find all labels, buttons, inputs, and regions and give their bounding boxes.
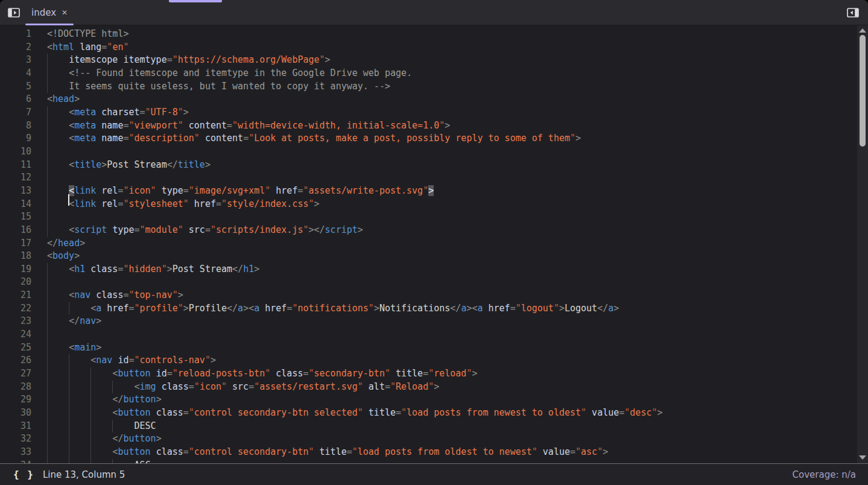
token: "	[369, 303, 374, 314]
token	[227, 381, 232, 392]
token: assets/write-post.svg	[309, 185, 423, 196]
token: ><	[243, 303, 254, 314]
line-number: 7	[0, 106, 31, 119]
code-line[interactable]: 6<head>	[0, 93, 868, 106]
code-line[interactable]: 27 <button id="reload-posts-btn" class="…	[0, 367, 868, 381]
builder-window: index ✕ 1<!DOCTYPE html>2<html lang="en"…	[0, 0, 868, 485]
token: main	[74, 342, 96, 353]
indent-guide	[112, 459, 113, 463]
code-line[interactable]: 31 DESC	[0, 420, 868, 433]
token	[47, 433, 112, 444]
indent-guide	[69, 367, 69, 381]
code-line[interactable]: 30 <button class="control secondary-btn …	[0, 407, 868, 420]
code-line[interactable]: 10	[0, 145, 868, 159]
code-line[interactable]: 11 <title>Post Stream</title>	[0, 159, 868, 172]
token: button	[118, 446, 150, 457]
code-line[interactable]: 34 ASC	[0, 459, 868, 463]
scroll-down-icon[interactable]	[859, 455, 866, 460]
token: =	[183, 185, 189, 196]
braces-icon[interactable]: { }	[13, 469, 34, 480]
toggle-right-panel-button[interactable]	[844, 4, 861, 21]
line-number: 30	[0, 407, 31, 420]
token: >	[96, 315, 101, 326]
code-line[interactable]: 24	[0, 328, 868, 341]
code-line[interactable]: 29 </button>	[0, 393, 868, 407]
token: >	[101, 159, 107, 170]
token: =	[167, 54, 173, 65]
tab-index[interactable]: index ✕	[25, 0, 74, 25]
code-editor[interactable]: 1<!DOCTYPE html>2<html lang="en"3 itemsc…	[0, 25, 868, 463]
indent-guide	[69, 354, 69, 367]
code-text	[47, 276, 868, 289]
token: icon	[128, 185, 150, 196]
token: title	[320, 446, 347, 457]
code-line[interactable]: 3 itemscope itemtype="https://schema.org…	[0, 54, 868, 67]
token: >	[575, 133, 581, 144]
toggle-left-panel-button[interactable]	[5, 4, 22, 21]
indent-guide	[47, 446, 48, 459]
code-line[interactable]: 25 <main>	[0, 341, 868, 355]
code-line[interactable]: 7 <meta charset="UTF-8">	[0, 106, 868, 119]
code-line[interactable]: 19 <h1 class="hidden">Post Stream</h1>	[0, 263, 868, 276]
code-line[interactable]: 22 <a href="profile">Profile</a><a href=…	[0, 302, 868, 315]
token	[96, 120, 101, 131]
token: alt	[369, 381, 385, 392]
token	[47, 407, 112, 418]
code-line[interactable]: 18<body>	[0, 250, 868, 263]
code-line[interactable]: 23 </nav>	[0, 315, 868, 328]
scroll-up-icon[interactable]	[859, 28, 866, 33]
code-line[interactable]: 2<html lang="en"	[0, 41, 868, 54]
token: ASC	[135, 460, 151, 463]
token: "	[320, 54, 325, 65]
token: </	[167, 159, 178, 170]
scrollbar-thumb[interactable]	[860, 35, 866, 147]
token: "	[173, 290, 178, 300]
token: "	[205, 355, 211, 366]
line-number: 33	[0, 446, 31, 459]
token: class	[156, 446, 183, 457]
code-line[interactable]: 28 <img class="icon" src="assets/restart…	[0, 381, 868, 394]
indent-guide	[69, 433, 69, 446]
token: "	[140, 224, 145, 235]
token: head	[58, 238, 80, 249]
code-text: </nav>	[47, 315, 868, 328]
code-line[interactable]: 20	[0, 276, 868, 289]
code-line[interactable]: 32 </button>	[0, 433, 868, 446]
tab-close-button[interactable]: ✕	[62, 8, 68, 16]
token: "	[358, 381, 363, 392]
code-line[interactable]: 9 <meta name="description" content="Look…	[0, 132, 868, 145]
code-line[interactable]: 4 <!-- Found itemscope and itemtype in t…	[0, 67, 868, 80]
line-number: 4	[0, 67, 31, 80]
code-line[interactable]: 5 It seems quite useless, but I wanted t…	[0, 80, 868, 94]
code-line[interactable]: 26 <nav id="controls-nav">	[0, 354, 868, 367]
code-line[interactable]: 1<!DOCTYPE html>	[0, 28, 868, 41]
token: "	[151, 185, 156, 196]
code-line[interactable]: 33 <button class="control secondary-btn"…	[0, 446, 868, 459]
scrollbar[interactable]	[857, 25, 868, 463]
cursor-position[interactable]: Line 13, Column 5	[43, 469, 125, 480]
token	[47, 198, 69, 209]
token: "	[173, 54, 178, 65]
token: UTF-8	[151, 107, 178, 118]
token: <	[69, 264, 74, 274]
code-line[interactable]: 14 <link rel="stylesheet" href="style/in…	[0, 198, 868, 211]
token: value	[543, 446, 570, 457]
token: >	[167, 264, 173, 274]
code-text: <h1 class="hidden">Post Stream</h1>	[47, 263, 868, 276]
token: </	[227, 303, 238, 314]
code-line[interactable]: 16 <script type="module" src="scripts/in…	[0, 224, 868, 237]
code-line[interactable]: 15	[0, 211, 868, 224]
token: >	[156, 433, 162, 444]
status-bar: { } Line 13, Column 5 Coverage: n/a	[0, 463, 868, 485]
token: "	[401, 407, 407, 418]
code-line[interactable]: 12	[0, 171, 868, 185]
token: scripts/index.js	[216, 224, 303, 235]
code-line[interactable]: 8 <meta name="viewport" content="width=d…	[0, 119, 868, 133]
code-text: <meta charset="UTF-8">	[47, 106, 868, 119]
indent-guide	[90, 381, 91, 394]
token: =	[167, 368, 173, 379]
code-line[interactable]: 17</head>	[0, 237, 868, 250]
code-line[interactable]: 21 <nav class="top-nav">	[0, 289, 868, 302]
code-line[interactable]: 13 <link rel="icon" type="image/svg+xml"…	[0, 185, 868, 198]
token: link	[74, 198, 96, 209]
